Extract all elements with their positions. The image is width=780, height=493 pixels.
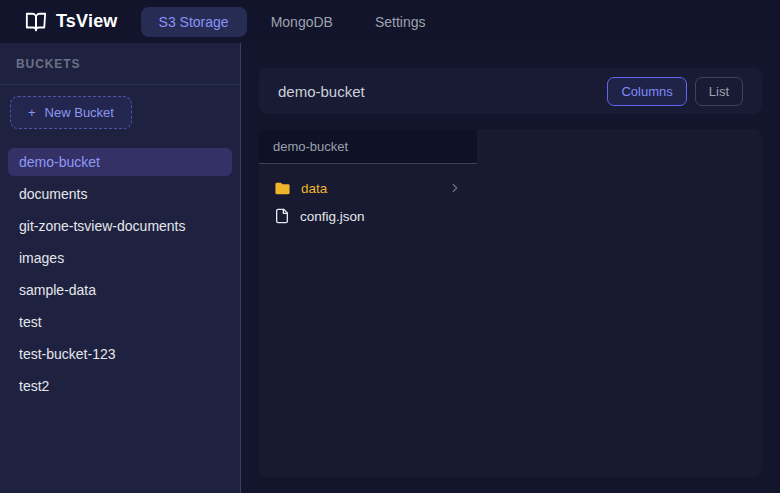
- bucket-header-card: demo-bucket ColumnsList: [259, 68, 762, 114]
- file-browser-panel: demo-bucketdataconfig.json: [259, 129, 762, 477]
- app-logo: TsView: [25, 11, 118, 33]
- sidebar-item-test[interactable]: test: [8, 308, 232, 336]
- view-mode-buttons: ColumnsList: [607, 77, 743, 106]
- entry-label: data: [301, 181, 327, 196]
- tab-settings[interactable]: Settings: [357, 7, 444, 37]
- bucket-list: demo-bucketdocumentsgit-zone-tsview-docu…: [0, 137, 240, 412]
- view-button-columns[interactable]: Columns: [607, 77, 686, 106]
- bucket-title: demo-bucket: [278, 83, 365, 100]
- main-content: demo-bucket ColumnsList demo-bucketdatac…: [241, 43, 780, 493]
- browser-column: demo-bucketdataconfig.json: [259, 129, 477, 477]
- view-button-list[interactable]: List: [695, 77, 743, 106]
- new-bucket-button[interactable]: + New Bucket: [10, 96, 132, 129]
- nav-tabs: S3 StorageMongoDBSettings: [141, 7, 444, 37]
- entry-data[interactable]: data: [265, 174, 471, 202]
- book-open-icon: [25, 11, 47, 33]
- file-icon: [274, 208, 290, 224]
- top-bar: TsView S3 StorageMongoDBSettings: [0, 0, 780, 43]
- entry-config-json[interactable]: config.json: [265, 202, 471, 230]
- tab-mongodb[interactable]: MongoDB: [253, 7, 351, 37]
- buckets-section-title: BUCKETS: [0, 43, 240, 85]
- chevron-right-icon: [448, 181, 462, 195]
- sidebar-item-documents[interactable]: documents: [8, 180, 232, 208]
- entry-label: config.json: [300, 209, 365, 224]
- new-bucket-wrap: + New Bucket: [0, 85, 240, 137]
- tab-s3-storage[interactable]: S3 Storage: [141, 7, 247, 37]
- new-bucket-label: New Bucket: [45, 105, 114, 120]
- app-title: TsView: [56, 11, 118, 32]
- sidebar-item-test-bucket-123[interactable]: test-bucket-123: [8, 340, 232, 368]
- layout: BUCKETS + New Bucket demo-bucketdocument…: [0, 43, 780, 493]
- sidebar: BUCKETS + New Bucket demo-bucketdocument…: [0, 43, 241, 493]
- sidebar-item-git-zone-tsview-documents[interactable]: git-zone-tsview-documents: [8, 212, 232, 240]
- folder-icon: [274, 180, 291, 197]
- column-header: demo-bucket: [259, 129, 477, 164]
- plus-icon: +: [28, 105, 36, 120]
- sidebar-item-demo-bucket[interactable]: demo-bucket: [8, 148, 232, 176]
- sidebar-item-test2[interactable]: test2: [8, 372, 232, 400]
- sidebar-item-images[interactable]: images: [8, 244, 232, 272]
- column-items: dataconfig.json: [259, 164, 477, 240]
- sidebar-item-sample-data[interactable]: sample-data: [8, 276, 232, 304]
